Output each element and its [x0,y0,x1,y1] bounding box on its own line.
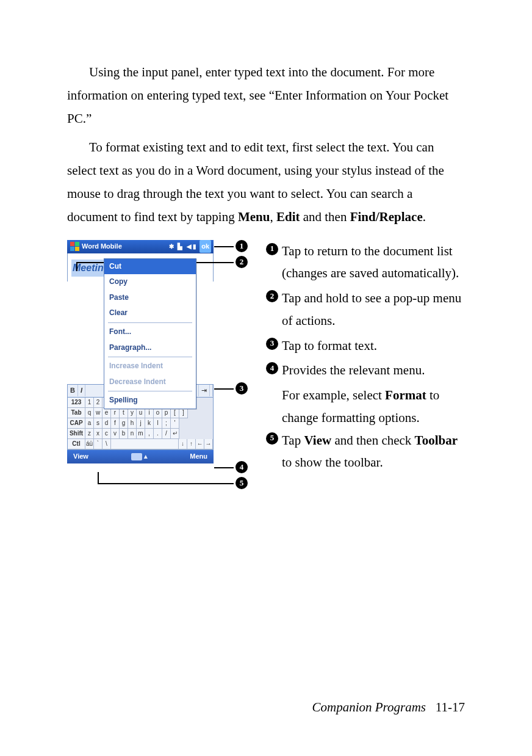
paragraph-2-text-d: . [423,209,426,224]
key[interactable]: f [111,418,120,429]
key-shift[interactable]: Shift [68,429,85,439]
legend-1: 1 Tap to return to the document list (ch… [266,240,465,285]
key[interactable]: g [120,418,128,429]
legend-text-4a: Provides the relevant menu. [282,359,465,382]
key[interactable]: c [102,429,111,439]
key[interactable]: t [120,408,128,418]
key[interactable]: l [154,418,162,429]
key[interactable]: h [128,418,137,429]
key[interactable]: j [137,418,145,429]
paragraph-1-text: Using the input panel, enter typed text … [67,65,448,126]
key-cap[interactable]: CAP [68,418,85,429]
key-up[interactable]: ↑ [187,439,196,449]
key[interactable]: a [85,418,94,429]
menu-item-increase-indent[interactable]: Increase Indent [104,358,196,374]
legend-5-toolbar: Toolbar [415,433,458,448]
sip-icon[interactable]: ▴ [88,451,190,463]
context-menu: Cut Copy Paste Clear Font... Paragraph..… [104,258,196,409]
paragraph-2-text-b: , [270,209,276,224]
windows-flag-icon [70,242,79,252]
legend-4-sub: For example, select Format to change for… [266,384,465,429]
key-right[interactable]: → [204,439,213,449]
titlebar[interactable]: Word Mobile ✱ ▙ ◀▮ ok [67,240,214,253]
key[interactable]: s [94,418,102,429]
key[interactable]: d [102,418,111,429]
paragraph-1: Using the input panel, enter typed text … [67,61,465,130]
figure-row: Word Mobile ✱ ▙ ◀▮ ok Meetin Cut Copy Pa… [67,240,465,477]
key[interactable]: 1 [85,398,94,408]
key[interactable]: ] [179,408,188,418]
footer-page: 11-17 [436,700,465,714]
menu-item-font[interactable]: Font... [104,324,196,340]
key[interactable]: w [94,408,102,418]
callout-1: 1 [235,240,248,252]
page-footer: Companion Programs 11-17 [312,696,465,719]
menu-item-cut[interactable]: Cut [104,259,196,275]
menu-word: Menu [238,209,270,224]
legend-4b-format: Format [385,388,426,402]
legend-5-a: Tap [282,433,304,448]
screenshot-column: Word Mobile ✱ ▙ ◀▮ ok Meetin Cut Copy Pa… [67,240,262,463]
key-ctl[interactable]: Ctl [68,439,85,449]
menu-item-decrease-indent[interactable]: Decrease Indent [104,374,196,390]
key[interactable]: p [162,408,171,418]
key-intl[interactable]: áü [85,439,94,449]
key[interactable]: \ [102,439,111,449]
key[interactable]: ` [94,439,102,449]
key[interactable]: y [128,408,137,418]
legend-2: 2 Tap and hold to see a pop-up menu of a… [266,287,465,332]
status-icons: ✱ ▙ ◀▮ [169,241,198,252]
kbd-row-2: Tab q w e r t y u i o p [ ] [68,408,213,418]
key[interactable]: [ [171,408,179,418]
paragraph-2-text-c: and then [300,209,350,224]
key[interactable]: u [137,408,145,418]
key[interactable]: q [85,408,94,418]
key[interactable]: e [102,408,111,418]
key-left[interactable]: ← [196,439,204,449]
key[interactable]: x [94,429,102,439]
key[interactable]: , [145,429,154,439]
key[interactable]: b [120,429,128,439]
ok-button[interactable]: ok [200,240,211,253]
legend-num-1: 1 [266,243,278,255]
menu-item-paragraph[interactable]: Paragraph... [104,340,196,356]
menu-item-clear[interactable]: Clear [104,305,196,321]
legend-num-4: 4 [266,362,278,374]
key[interactable]: ' [171,418,179,429]
key[interactable]: o [154,408,162,418]
key-tab[interactable]: Tab [68,408,85,418]
find-replace-word: Find/Replace [350,209,423,224]
view-button[interactable]: View [73,451,88,463]
key[interactable]: r [111,408,120,418]
key-down[interactable]: ↓ [179,439,187,449]
legend-5: 5 Tap View and then check Toolbar to sho… [266,429,465,474]
key[interactable]: / [162,429,171,439]
italic-button[interactable]: I [78,385,85,397]
key[interactable]: 2 [94,398,102,408]
kbd-row-3: CAP a s d f g h j k l ; ' [68,418,213,429]
indent-right-icon[interactable]: ⇥ [199,385,210,397]
key[interactable]: n [128,429,137,439]
lead-1 [214,246,234,247]
legend-column: 1 Tap to return to the document list (ch… [262,240,465,477]
menu-item-spelling[interactable]: Spelling [104,393,196,409]
key[interactable]: i [145,408,154,418]
key[interactable]: v [111,429,120,439]
menu-item-paste[interactable]: Paste [104,290,196,306]
page: Using the input panel, enter typed text … [0,0,532,756]
callout-5: 5 [235,477,248,489]
legend-num-2: 2 [266,290,278,302]
key[interactable]: . [154,429,162,439]
callout-2: 2 [235,256,248,268]
key-enter[interactable]: ↵ [171,429,179,439]
key[interactable]: m [137,429,145,439]
key-space[interactable] [111,439,179,449]
key[interactable]: z [85,429,94,439]
menu-item-copy[interactable]: Copy [104,274,196,290]
menu-button[interactable]: Menu [190,451,207,463]
key[interactable]: ; [162,418,171,429]
kbd-row-4: Shift z x c v b n m , . / ↵ [68,429,213,439]
bold-button[interactable]: B [68,385,78,397]
key-123[interactable]: 123 [68,398,85,408]
key[interactable]: k [145,418,154,429]
